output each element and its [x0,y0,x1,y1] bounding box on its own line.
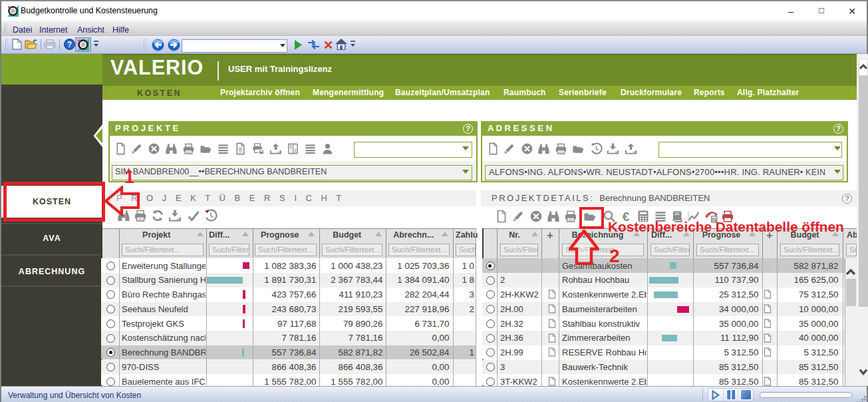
svg-text:?: ? [67,40,72,49]
